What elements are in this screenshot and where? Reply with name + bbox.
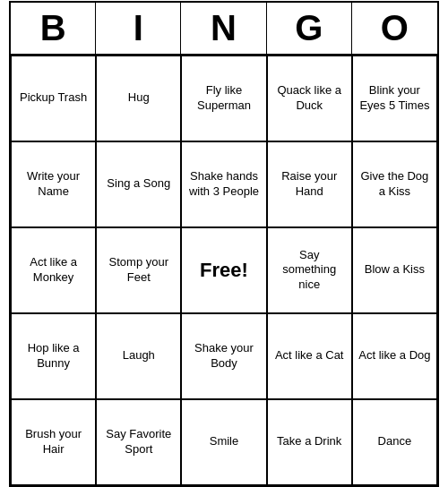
bingo-cell: Quack like a Duck <box>267 56 352 141</box>
bingo-cell: Act like a Cat <box>267 313 352 399</box>
bingo-cell: Raise your Hand <box>267 141 352 227</box>
header-letter: O <box>352 3 437 54</box>
bingo-cell: Say Favorite Sport <box>96 399 181 485</box>
bingo-card: BINGO Pickup TrashHugFly like SupermanQu… <box>9 1 439 487</box>
bingo-cell: Act like a Monkey <box>11 227 96 313</box>
bingo-cell: Dance <box>352 399 437 485</box>
bingo-cell: Laugh <box>96 313 181 399</box>
bingo-cell: Take a Drink <box>267 399 352 485</box>
bingo-cell: Say something nice <box>267 227 352 313</box>
bingo-cell: Hop like a Bunny <box>11 313 96 399</box>
bingo-cell: Pickup Trash <box>11 56 96 141</box>
bingo-cell: Shake hands with 3 People <box>181 141 266 227</box>
header-letter: N <box>181 3 266 54</box>
bingo-grid: Pickup TrashHugFly like SupermanQuack li… <box>11 56 437 485</box>
bingo-cell: Fly like Superman <box>181 56 266 141</box>
bingo-cell: Sing a Song <box>96 141 181 227</box>
bingo-cell: Blow a Kiss <box>352 227 437 313</box>
bingo-cell: Smile <box>181 399 266 485</box>
bingo-cell: Stomp your Feet <box>96 227 181 313</box>
bingo-cell: Hug <box>96 56 181 141</box>
bingo-header: BINGO <box>11 3 437 56</box>
bingo-cell: Shake your Body <box>181 313 266 399</box>
header-letter: I <box>96 3 181 54</box>
header-letter: G <box>267 3 352 54</box>
bingo-cell: Brush your Hair <box>11 399 96 485</box>
bingo-cell: Blink your Eyes 5 Times <box>352 56 437 141</box>
header-letter: B <box>11 3 96 54</box>
bingo-cell: Give the Dog a Kiss <box>352 141 437 227</box>
bingo-cell: Act like a Dog <box>352 313 437 399</box>
bingo-cell: Free! <box>181 227 266 313</box>
bingo-cell: Write your Name <box>11 141 96 227</box>
